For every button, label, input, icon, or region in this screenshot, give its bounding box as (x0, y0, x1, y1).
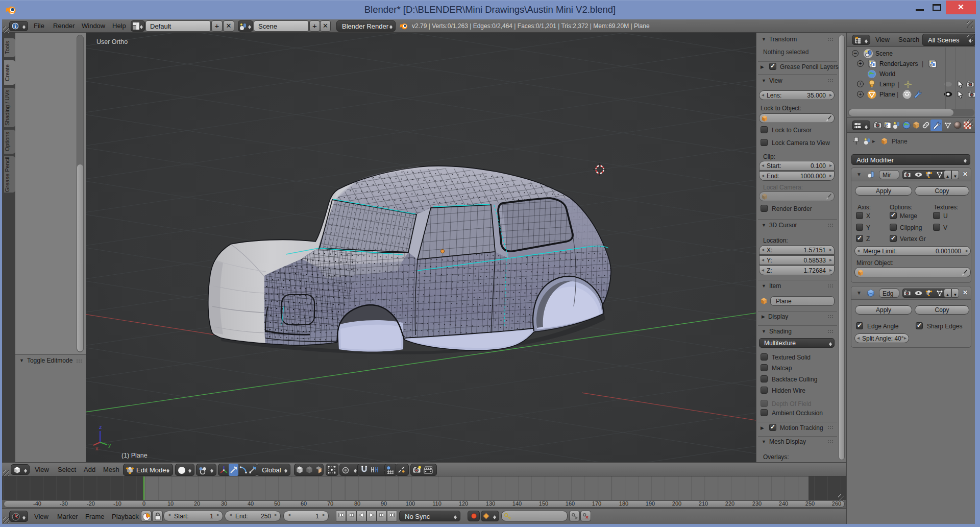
svg-text:i: i (15, 23, 16, 29)
svg-text:x: x (95, 445, 99, 451)
svg-text:y: y (108, 442, 111, 448)
svg-text:User Ortho: User Ortho (96, 38, 128, 45)
svg-text:(1) Plane: (1) Plane (121, 452, 148, 459)
svg-text:z: z (99, 424, 102, 430)
